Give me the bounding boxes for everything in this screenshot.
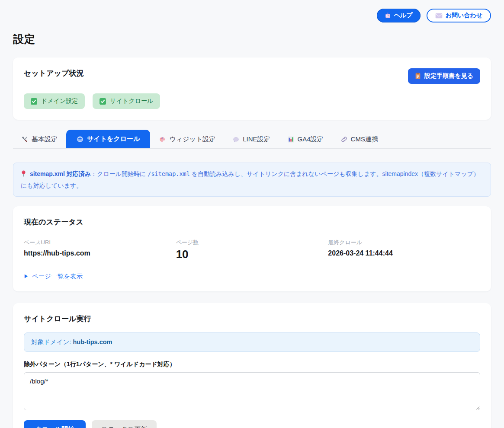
status-badge-crawl: サイトクロール [93,93,160,109]
crawl-card-title: サイトクロール実行 [24,314,480,324]
tab-cms-integration-label: CMS連携 [351,135,378,144]
show-page-list-link[interactable]: ▶ ページ一覧を表示 [24,272,83,281]
refresh-status-button[interactable]: ステータス更新 [92,420,157,428]
help-button[interactable]: ヘルプ [377,9,421,22]
setup-badges: ドメイン設定 サイトクロール [24,93,480,109]
base-url-value: https://hub-tips.com [24,249,176,257]
sitemap-info-banner: sitemap.xml 対応済み：クロール開始時に /sitemap.xml を… [13,163,491,197]
exclude-pattern-label: 除外パターン（1行1パターン、* ワイルドカード対応） [24,361,480,368]
start-crawl-button[interactable]: クロール開始 [24,420,86,428]
check-icon [100,98,106,105]
banner-code: /sitemap.xml [148,170,190,177]
clipboard-icon [415,73,421,80]
banner-bold-text: sitemap.xml 対応済み [30,170,91,177]
tab-line-settings[interactable]: LINE設定 [224,131,279,148]
link-icon [341,136,347,143]
status-badge-domain: ドメイン設定 [24,93,85,109]
contact-button[interactable]: お問い合わせ [427,9,491,22]
tab-basic-settings-label: 基本設定 [32,135,58,144]
target-domain-box: 対象ドメイン: hub-tips.com [24,332,480,352]
crawl-execution-card: サイトクロール実行 対象ドメイン: hub-tips.com 除外パターン（1行… [13,303,491,428]
view-manual-button[interactable]: 設定手順書を見る [408,68,480,84]
robot-icon [385,13,391,19]
last-crawl-value: 2026-03-24 11:44:44 [328,249,480,257]
triangle-right-icon: ▶ [24,273,29,280]
page-title: 設定 [13,32,491,46]
banner-separator: ： [91,170,97,177]
page-count-label: ページ数 [176,239,328,246]
settings-tabs: 基本設定 サイトをクロール ウィジット設定 LINE設定 GA4設定 [13,130,491,149]
tab-ga4-settings[interactable]: GA4設定 [279,131,332,148]
show-page-list-label: ページ一覧を表示 [32,272,83,281]
help-button-label: ヘルプ [394,12,413,19]
tab-widget-settings-label: ウィジット設定 [169,135,215,144]
status-grid: ベースURL https://hub-tips.com ページ数 10 最終クロ… [24,239,480,261]
target-domain-label: 対象ドメイン: [31,339,71,345]
tab-site-crawl-label: サイトをクロール [87,135,140,143]
view-manual-button-label: 設定手順書を見る [424,72,473,80]
tools-icon [22,136,28,143]
tab-widget-settings[interactable]: ウィジット設定 [150,131,224,148]
contact-button-label: お問い合わせ [446,12,482,19]
top-bar: ヘルプ お問い合わせ [13,9,491,22]
exclude-pattern-textarea[interactable]: /blog/* [24,372,480,410]
status-field-page-count: ページ数 10 [176,239,328,261]
status-field-last-crawl: 最終クロール 2026-03-24 11:44:44 [328,239,480,261]
banner-text-before-code: クロール開始時に [97,170,148,177]
tab-line-settings-label: LINE設定 [243,135,270,144]
last-crawl-label: 最終クロール [328,239,480,246]
status-badge-domain-label: ドメイン設定 [41,97,78,105]
globe-icon [77,136,83,143]
setup-status-card: セットアップ状況 設定手順書を見る ドメイン設定 サイトクロール [13,57,491,120]
status-card-title: 現在のステータス [24,217,480,227]
tab-site-crawl[interactable]: サイトをクロール [66,130,150,148]
base-url-label: ベースURL [24,239,176,246]
envelope-icon [435,13,443,19]
speech-bubble-icon [233,137,239,143]
palette-icon [159,136,166,143]
status-field-base-url: ベースURL https://hub-tips.com [24,239,176,261]
page-count-value: 10 [176,248,328,261]
tab-cms-integration[interactable]: CMS連携 [332,131,387,148]
tab-basic-settings[interactable]: 基本設定 [13,131,66,148]
tab-ga4-settings-label: GA4設定 [298,135,324,144]
status-badge-crawl-label: サイトクロール [110,97,153,105]
bar-chart-icon [288,136,294,143]
settings-page: ヘルプ お問い合わせ 設定 セットアップ状況 設定手順書を見る [0,0,504,428]
pushpin-icon [21,169,26,180]
crawl-actions: クロール開始 ステータス更新 [24,420,480,428]
target-domain-value: hub-tips.com [73,339,112,345]
check-icon [31,98,37,105]
setup-card-title: セットアップ状況 [24,68,83,78]
current-status-card: 現在のステータス ベースURL https://hub-tips.com ページ… [13,206,491,291]
